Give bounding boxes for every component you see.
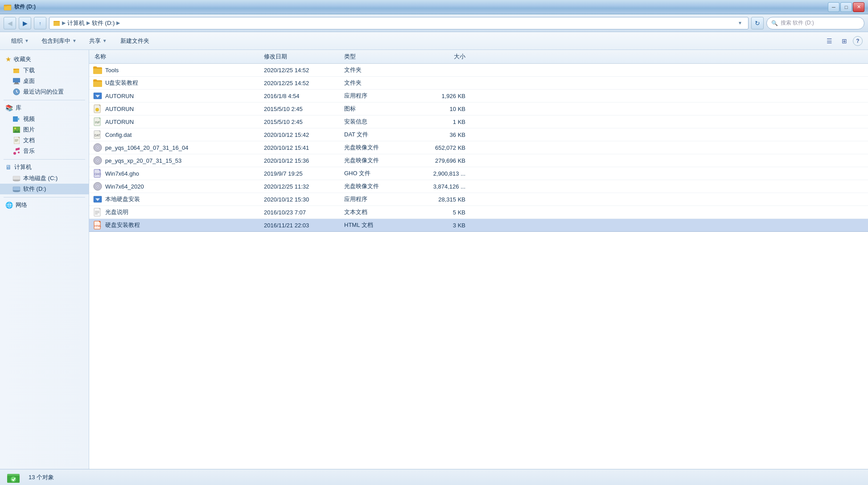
- sidebar-item-recent[interactable]: 最近访问的位置: [0, 86, 89, 97]
- file-type-icon: INF: [93, 117, 103, 127]
- sidebar-item-download[interactable]: 下载: [0, 65, 89, 76]
- table-row[interactable]: pe_yqs_1064_20_07_31_16_04 2020/10/12 15…: [89, 141, 868, 154]
- svg-point-26: [18, 152, 20, 153]
- table-row[interactable]: 光盘说明 2016/10/23 7:07 文本文档 5 KB: [89, 206, 868, 219]
- library-button[interactable]: 包含到库中 ▼: [36, 34, 82, 48]
- file-type-icon: [93, 156, 103, 165]
- sidebar-library-header[interactable]: 📚 库: [0, 102, 89, 114]
- view-details-button[interactable]: ⊞: [838, 35, 851, 47]
- drive-c-label: 本地磁盘 (C:): [23, 174, 58, 182]
- sidebar-computer-section: 🖥 计算机 本地磁盘 (C:) 软件 (D:): [0, 161, 89, 194]
- sidebar-item-desktop[interactable]: 桌面: [0, 76, 89, 86]
- svg-rect-58: [94, 208, 100, 216]
- file-name: Tools: [105, 67, 119, 74]
- close-button[interactable]: ✕: [853, 2, 864, 12]
- col-size-header[interactable]: 大小: [414, 52, 467, 62]
- sidebar-network-section: 🌐 网络: [0, 199, 89, 211]
- sidebar-computer-header[interactable]: 🖥 计算机: [0, 161, 89, 173]
- file-name-cell: AUTORUN: [93, 104, 262, 114]
- svg-rect-1: [4, 6, 11, 10]
- file-type-icon: [93, 181, 103, 191]
- table-row[interactable]: GHO Win7x64.gho 2019/9/7 19:25 GHO 文件 2,…: [89, 167, 868, 180]
- forward-button[interactable]: ▶: [19, 17, 31, 29]
- file-name-cell: INF AUTORUN: [93, 117, 262, 127]
- picture-label: 图片: [23, 126, 35, 134]
- svg-rect-10: [15, 82, 18, 83]
- table-row[interactable]: pe_yqs_xp_20_07_31_15_53 2020/10/12 15:3…: [89, 154, 868, 167]
- svg-point-55: [97, 186, 98, 187]
- sidebar-item-drive-c[interactable]: 本地磁盘 (C:): [0, 173, 89, 184]
- search-box[interactable]: 🔍 搜索 软件 (D:): [766, 17, 864, 29]
- help-button[interactable]: ?: [853, 36, 863, 46]
- file-type: 光盘映像文件: [342, 156, 414, 164]
- music-icon: [12, 147, 21, 155]
- new-folder-button[interactable]: 新建文件夹: [114, 34, 156, 48]
- recent-icon: [12, 88, 21, 96]
- file-date: 2020/10/12 15:41: [262, 144, 342, 151]
- file-type-icon: [93, 91, 103, 101]
- table-row[interactable]: HTML 硬盘安装教程 2016/11/21 22:03 HTML 文档 3 K…: [89, 219, 868, 232]
- svg-rect-4: [53, 22, 60, 26]
- col-date-header[interactable]: 修改日期: [262, 52, 342, 62]
- column-headers: 名称 修改日期 类型 大小: [89, 50, 868, 64]
- file-size: 10 KB: [414, 106, 467, 112]
- sidebar-item-picture[interactable]: 图片: [0, 124, 89, 135]
- file-type: 光盘映像文件: [342, 182, 414, 190]
- up-button[interactable]: ↑: [34, 17, 46, 29]
- video-label: 视频: [23, 115, 35, 123]
- toolbar-right: ☰ ⊞ ?: [823, 35, 863, 47]
- file-name-cell: Tools: [93, 65, 262, 75]
- file-name: 本地硬盘安装: [105, 195, 140, 203]
- table-row[interactable]: DAT Config.dat 2020/10/12 15:42 DAT 文件 3…: [89, 128, 868, 141]
- maximize-button[interactable]: □: [840, 2, 852, 12]
- explorer-icon: [4, 3, 12, 11]
- library-folder-icon: 📚: [5, 104, 13, 111]
- sidebar-network-header[interactable]: 🌐 网络: [0, 199, 89, 211]
- col-name-header[interactable]: 名称: [93, 52, 262, 62]
- file-date: 2020/12/25 14:52: [262, 67, 342, 74]
- sidebar-favorites-header[interactable]: ★ 收藏夹: [0, 53, 89, 65]
- table-row[interactable]: Tools 2020/12/25 14:52 文件夹: [89, 64, 868, 77]
- organize-button[interactable]: 组织 ▼: [5, 34, 35, 48]
- sidebar-item-music[interactable]: 音乐: [0, 146, 89, 156]
- sidebar-divider-2: [4, 159, 85, 160]
- document-icon: [12, 136, 21, 144]
- sidebar-item-document[interactable]: 文档: [0, 135, 89, 146]
- table-row[interactable]: U盘安装教程 2020/12/25 14:52 文件夹: [89, 77, 868, 90]
- table-row[interactable]: Win7x64_2020 2020/12/25 11:32 光盘映像文件 3,8…: [89, 180, 868, 193]
- file-type: 应用程序: [342, 92, 414, 100]
- file-name: 硬盘安装教程: [105, 221, 140, 229]
- col-type-header[interactable]: 类型: [342, 52, 414, 62]
- titlebar-controls: ─ □ ✕: [828, 2, 864, 12]
- file-name-cell: AUTORUN: [93, 91, 262, 101]
- file-type-icon: DAT: [93, 130, 103, 140]
- file-type-icon: [93, 194, 103, 204]
- share-button[interactable]: 共享 ▼: [83, 34, 113, 48]
- file-list-container: 名称 修改日期 类型 大小 Tools 2020/12/25 14:52 文件夹…: [89, 50, 868, 469]
- file-name: U盘安装教程: [105, 79, 138, 87]
- file-name-cell: U盘安装教程: [93, 78, 262, 88]
- sidebar-item-drive-d[interactable]: 软件 (D:): [0, 184, 89, 194]
- table-row[interactable]: 本地硬盘安装 2020/10/12 15:30 应用程序 28,315 KB: [89, 193, 868, 206]
- path-computer[interactable]: 计算机: [67, 19, 85, 27]
- file-type-icon: [93, 143, 103, 152]
- file-type: 文件夹: [342, 79, 414, 87]
- sidebar-item-video[interactable]: 视频: [0, 114, 89, 124]
- address-path: ▶ 计算机 ▶ 软件 (D:) ▶ ▼: [49, 17, 749, 29]
- file-type-icon: [93, 78, 103, 88]
- minimize-button[interactable]: ─: [828, 2, 839, 12]
- table-row[interactable]: INF AUTORUN 2015/5/10 2:45 安装信息 1 KB: [89, 115, 868, 128]
- refresh-button[interactable]: ↻: [751, 17, 764, 29]
- svg-text:DAT: DAT: [95, 134, 100, 137]
- path-drive[interactable]: 软件 (D:): [92, 19, 115, 27]
- back-button[interactable]: ◀: [4, 17, 16, 29]
- search-icon: 🔍: [771, 20, 778, 26]
- svg-text:INF: INF: [95, 121, 100, 124]
- svg-point-18: [14, 127, 16, 129]
- view-list-button[interactable]: ☰: [823, 35, 836, 47]
- path-dropdown[interactable]: ▼: [736, 19, 745, 28]
- file-type-icon: [93, 207, 103, 217]
- file-name: AUTORUN: [105, 93, 134, 99]
- table-row[interactable]: AUTORUN 2015/5/10 2:45 图标 10 KB: [89, 103, 868, 115]
- table-row[interactable]: AUTORUN 2016/1/8 4:54 应用程序 1,926 KB: [89, 90, 868, 103]
